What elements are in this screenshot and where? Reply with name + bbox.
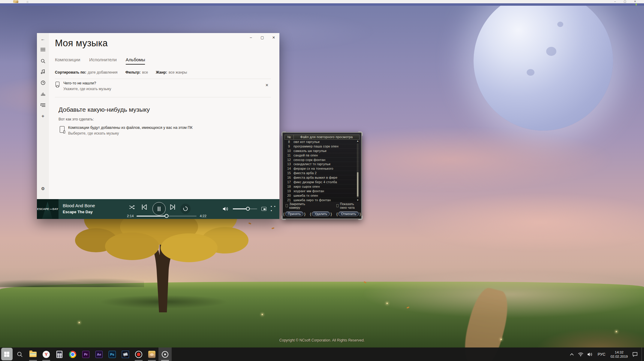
list-item[interactable]: 14 ферари сх на тоненького xyxy=(284,166,360,171)
row-number: 10 xyxy=(284,149,293,153)
close-icon[interactable]: ✕ xyxy=(634,0,636,3)
more-options-icon[interactable]: • • • xyxy=(271,205,279,213)
taskbar-photoshop[interactable]: Ps xyxy=(106,347,119,361)
checkbox[interactable] xyxy=(286,204,288,207)
show-chat-checkbox[interactable]: Показать окно чата xyxy=(336,204,358,208)
list-item[interactable]: 10 самаэль шк гаргульи xyxy=(284,149,360,153)
list-item[interactable]: 13 скандалист тх гаргульи xyxy=(284,162,360,166)
cancel-button[interactable]: { Отменить } xyxy=(336,211,361,216)
banner-link[interactable]: Укажите, где искать музыку xyxy=(63,87,111,91)
list-item[interactable]: 18 хиро сырок опен xyxy=(284,184,360,189)
chrome-icon xyxy=(69,351,76,358)
list-item[interactable]: 21 шикиба хиро тх фонтан xyxy=(284,198,360,202)
list-item[interactable]: 19 хоуранг мм фонтан xyxy=(284,189,360,193)
taskbar-after-effects[interactable]: Ae xyxy=(92,347,106,361)
taskbar-premiere[interactable]: Pr xyxy=(79,347,92,361)
restore-icon[interactable]: ▢ xyxy=(624,0,626,3)
volume-tray-icon[interactable] xyxy=(585,352,595,356)
taskbar-file-explorer[interactable] xyxy=(26,347,40,361)
list-item[interactable]: 17 фикс дизарм берс 4 столба xyxy=(284,180,360,184)
close-button[interactable]: ✕ xyxy=(268,33,279,42)
search-icon[interactable] xyxy=(37,56,49,65)
previous-button[interactable] xyxy=(142,205,147,210)
sort-value[interactable]: дате добавления xyxy=(88,70,117,74)
divider xyxy=(55,97,271,97)
music-note-icon[interactable] xyxy=(37,67,49,76)
volume-slider[interactable] xyxy=(233,208,257,209)
scroll-down-icon[interactable]: ▼ xyxy=(356,199,359,202)
scroll-up-icon[interactable]: ▲ xyxy=(356,140,359,143)
language-indicator[interactable]: РУС xyxy=(595,352,608,356)
repeat-button[interactable] xyxy=(180,204,191,214)
tab-songs[interactable]: Композиции xyxy=(55,57,80,65)
action-center-icon[interactable] xyxy=(630,352,640,357)
show-desktop-button[interactable] xyxy=(642,347,644,361)
taskbar-recorder[interactable] xyxy=(132,347,145,361)
page-title: Моя музыка xyxy=(55,38,108,49)
accept-button[interactable]: { Принять } xyxy=(283,211,305,216)
volume-thumb[interactable] xyxy=(246,207,250,211)
replay-file-dialog: № Файл для повторного просмотра 8 овл ко… xyxy=(282,132,362,219)
start-button[interactable] xyxy=(0,347,13,361)
filter-value[interactable]: все xyxy=(142,70,148,74)
track-artist[interactable]: Escape The Day xyxy=(63,210,93,214)
list-item[interactable]: 20 шикиба тх опен xyxy=(284,193,360,198)
list-item[interactable]: 11 сандей пв опен xyxy=(284,153,360,158)
premiere-icon: Pr xyxy=(82,351,89,358)
maximize-button[interactable]: ▢ xyxy=(257,33,268,42)
minimize-icon[interactable]: – xyxy=(614,0,616,3)
next-button[interactable] xyxy=(170,205,175,210)
clock[interactable]: 14:32 02.02.2019 xyxy=(608,350,630,359)
hint-link[interactable]: Выберите, где искать музыку xyxy=(68,131,119,135)
lock-camera-checkbox[interactable]: Закрепить камеру xyxy=(286,204,306,208)
taskbar-calculator[interactable] xyxy=(53,347,66,361)
sort-filter-row: Сортировать по: дате добавления Фильтр: … xyxy=(55,70,192,74)
list-item[interactable]: 8 овл кот гаргульи xyxy=(284,140,360,144)
now-playing-bars-icon[interactable] xyxy=(37,89,49,98)
checkbox[interactable] xyxy=(336,204,339,207)
taskbar-game[interactable] xyxy=(145,347,158,361)
row-label: самаэль шк гаргульи xyxy=(293,149,360,153)
add-plus-icon[interactable]: + xyxy=(37,112,49,121)
list-item[interactable]: 12 сенсор сорк фонтан xyxy=(284,158,360,162)
mini-player-icon[interactable] xyxy=(261,207,266,211)
hidden-icons-chevron[interactable] xyxy=(568,353,576,356)
row-number: 21 xyxy=(284,198,293,202)
taskbar-yandex-browser[interactable]: Y xyxy=(40,347,53,361)
taskbar-video-editor[interactable] xyxy=(119,347,132,361)
seek-thumb[interactable] xyxy=(165,214,169,218)
list-item[interactable]: 9 программер паша сорк опен xyxy=(284,144,360,149)
seek-slider[interactable] xyxy=(137,216,197,217)
back-icon[interactable]: ← xyxy=(37,34,49,43)
minimize-button[interactable]: – xyxy=(245,33,257,42)
row-label: фикс дизарм берс 4 столба xyxy=(293,180,360,184)
scroll-thumb[interactable] xyxy=(357,172,359,197)
shuffle-button[interactable] xyxy=(129,205,135,209)
game-loading-strip xyxy=(0,3,644,6)
volume-icon[interactable] xyxy=(223,207,229,211)
tab-artists[interactable]: Исполнители xyxy=(89,57,117,65)
hamburger-icon[interactable] xyxy=(37,45,49,54)
settings-gear-icon[interactable]: ⚙ xyxy=(37,184,49,193)
list-item[interactable]: 15 фиеста арба 2 xyxy=(284,171,360,175)
album-art[interactable]: ESCAPE THE DAY xyxy=(37,199,59,219)
scrollbar[interactable]: ▲ ▼ xyxy=(356,140,359,202)
list-item[interactable]: 16 фиеста арба выжил в фире xyxy=(284,175,360,180)
tab-albums[interactable]: Альбомы xyxy=(126,57,145,65)
game-app-icon xyxy=(13,0,18,3)
track-title[interactable]: Blood And Bone xyxy=(63,203,95,208)
playlist-icon[interactable] xyxy=(37,101,49,110)
banner-close-icon[interactable]: ✕ xyxy=(265,83,269,87)
firefly xyxy=(387,303,388,304)
row-number: 17 xyxy=(284,180,293,184)
row-number: 14 xyxy=(284,167,293,170)
row-number: 20 xyxy=(284,194,293,197)
genre-value[interactable]: все жанры xyxy=(169,70,187,74)
delete-button[interactable]: { Удалить } xyxy=(310,211,332,216)
taskbar-search-button[interactable] xyxy=(13,347,26,361)
taskbar-groove-music[interactable] xyxy=(158,347,172,361)
wifi-icon[interactable] xyxy=(576,352,585,356)
pause-button[interactable] xyxy=(152,202,166,215)
taskbar-chrome[interactable] xyxy=(66,347,79,361)
recent-clock-icon[interactable] xyxy=(37,78,49,87)
